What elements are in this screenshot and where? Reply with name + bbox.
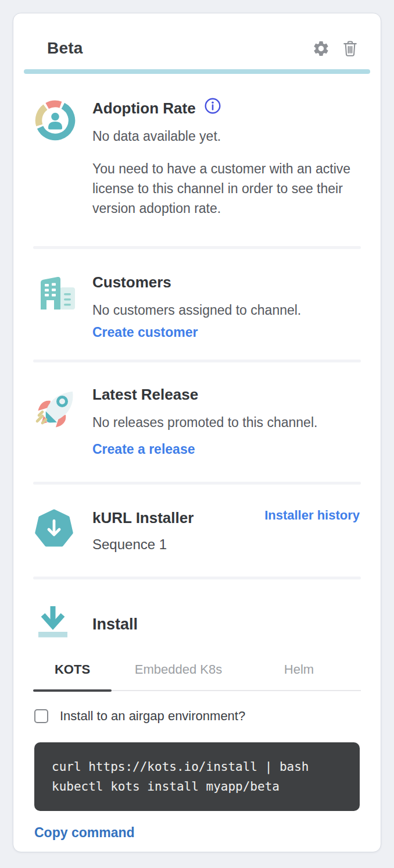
adoption-empty-body: You need to have a customer with an acti… <box>92 159 360 218</box>
channel-title: Beta <box>47 39 83 58</box>
installer-history-link[interactable]: Installer history <box>264 508 360 523</box>
airgap-checkbox[interactable] <box>34 709 48 723</box>
donut-chart-user-icon <box>34 98 92 144</box>
airgap-checkbox-row[interactable]: Install to an airgap environment? <box>34 709 360 724</box>
tab-embedded-k8s[interactable]: Embedded K8s <box>112 662 245 690</box>
customers-title: Customers <box>92 272 360 292</box>
buildings-icon <box>34 272 92 315</box>
customers-section: Customers No customers assigned to chann… <box>13 249 381 360</box>
copy-command-link[interactable]: Copy command <box>34 825 135 841</box>
heptagon-download-icon <box>34 508 92 551</box>
adoption-rate-title: Adoption Rate <box>92 98 196 118</box>
release-empty-text: No releases promoted to this channel. <box>92 412 360 432</box>
latest-release-title: Latest Release <box>92 385 360 404</box>
adoption-rate-section: Adoption Rate No data available yet. You… <box>13 74 381 246</box>
delete-channel-button[interactable] <box>342 39 359 58</box>
adoption-empty-title: No data available yet. <box>92 126 360 146</box>
trash-icon <box>342 51 359 59</box>
channel-accent-bar <box>24 69 370 74</box>
download-arrow-icon <box>34 602 92 647</box>
header-actions <box>312 39 359 58</box>
settings-icon <box>312 51 330 59</box>
settings-button[interactable] <box>312 40 330 58</box>
code-line: curl https://kots.io/install | bash <box>52 757 342 777</box>
install-tabs: KOTS Embedded K8s Helm <box>33 662 361 691</box>
airgap-checkbox-label: Install to an airgap environment? <box>60 709 245 724</box>
latest-release-section: Latest Release No releases promoted to t… <box>13 362 381 482</box>
customers-empty-text: No customers assigned to channel. <box>92 300 360 320</box>
card-header: Beta <box>13 13 381 58</box>
installer-sequence: Sequence 1 <box>92 535 360 554</box>
rocket-icon <box>34 385 92 436</box>
create-release-link[interactable]: Create a release <box>92 442 195 457</box>
info-icon[interactable] <box>204 97 221 117</box>
install-command-code-block: curl https://kots.io/install | bash kube… <box>34 742 360 811</box>
channel-card: Beta <box>13 13 381 852</box>
tab-helm[interactable]: Helm <box>245 662 353 690</box>
code-line: kubectl kots install myapp/beta <box>52 777 342 796</box>
kurl-installer-section: kURL Installer Installer history Sequenc… <box>13 485 381 577</box>
create-customer-link[interactable]: Create customer <box>92 325 198 340</box>
install-section-header: Install <box>13 579 381 647</box>
kurl-installer-title: kURL Installer <box>92 508 194 528</box>
install-title: Install <box>92 614 360 634</box>
tab-kots[interactable]: KOTS <box>33 662 112 690</box>
